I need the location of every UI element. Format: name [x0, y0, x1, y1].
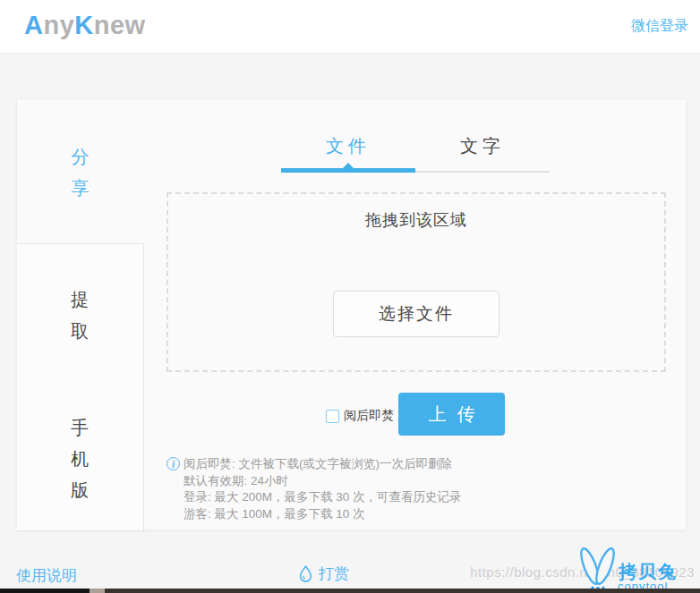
bottom-edge-dark-segment — [0, 589, 90, 593]
donate-label: 打赏 — [319, 563, 349, 584]
sidebar-item-label: 享 — [72, 178, 90, 198]
info-icon: i — [166, 457, 180, 470]
logo-part: A — [24, 11, 43, 39]
donate-link[interactable]: 打赏 — [299, 563, 349, 584]
usage-instructions-link[interactable]: 使用说明 — [16, 565, 77, 586]
sidebar-item-label: 版 — [71, 480, 90, 500]
tab-text[interactable]: 文字 — [415, 128, 550, 164]
burn-after-reading-label[interactable]: 阅后即焚 — [344, 408, 394, 424]
upload-button[interactable]: 上传 — [398, 393, 505, 436]
note-line: 默认有效期: 24小时 — [184, 473, 668, 490]
sidebar-item-label: 机 — [71, 449, 90, 469]
header: AnyKnew 微信登录 — [0, 0, 700, 54]
note-line: 登录: 最大 200M，最多下载 30 次，可查看历史记录 — [184, 489, 668, 506]
wechat-login-link[interactable]: 微信登录 — [631, 17, 688, 36]
tab-file[interactable]: 文件 — [281, 128, 415, 164]
inactive-tab-underline — [415, 171, 550, 173]
notes-lines: 阅后即焚: 文件被下载(或文字被浏览)一次后即删除 默认有效期: 24小时 登录… — [184, 456, 668, 522]
content-tabs: 文件 文字 — [281, 128, 550, 174]
sidebar-item-extract[interactable]: 提 取 — [17, 243, 144, 387]
active-tab-arrow-icon — [342, 163, 354, 169]
sidebar-item-share[interactable]: 分 享 — [17, 99, 144, 244]
burn-after-reading-checkbox[interactable] — [326, 410, 339, 423]
choose-file-button[interactable]: 选择文件 — [333, 291, 499, 337]
note-line: 游客: 最大 100M，最多下载 10 次 — [184, 506, 668, 523]
main-panel: 分 享 提 取 手 机 版 文件 文字 拖拽到该区域 选择文件 — [16, 98, 687, 530]
file-drop-zone[interactable]: 拖拽到该区域 选择文件 — [166, 192, 666, 372]
logo-part: new — [94, 11, 146, 39]
note-line: 阅后即焚: 文件被下载(或文字被浏览)一次后即删除 — [184, 456, 668, 473]
sidebar-item-label: 取 — [71, 321, 90, 341]
anyknew-logo: AnyKnew — [24, 11, 146, 40]
drop-zone-hint: 拖拽到该区域 — [168, 209, 664, 231]
logo-part: ny — [43, 11, 74, 39]
active-tab-underline — [281, 168, 415, 173]
upload-row: 阅后即焚 上传 — [17, 393, 687, 436]
page: AnyKnew 微信登录 分 享 提 取 手 机 版 文件 文字 — [0, 0, 700, 593]
water-drop-icon — [299, 565, 312, 582]
bottom-edge-notch — [90, 589, 105, 593]
logo-part: K — [74, 11, 93, 39]
notes-block: i 阅后即焚: 文件被下载(或文字被浏览)一次后即删除 默认有效期: 24小时 … — [166, 456, 668, 522]
bottom-edge-bar — [0, 589, 700, 593]
copytool-rabbit-logo-icon — [571, 545, 623, 591]
sidebar-item-label: 提 — [71, 290, 90, 309]
sidebar-item-label: 分 — [72, 147, 90, 166]
